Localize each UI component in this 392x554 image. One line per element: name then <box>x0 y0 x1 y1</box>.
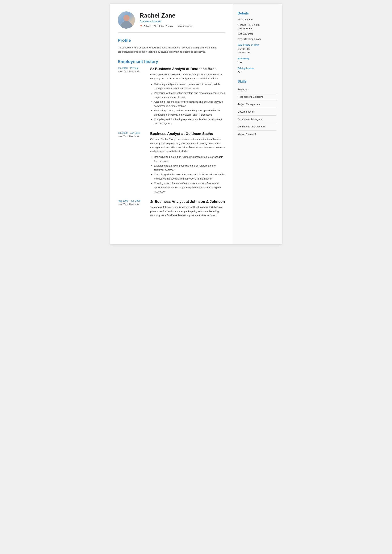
job-entry-1: Jan 2013 – Present New York, New York Sr… <box>118 67 225 126</box>
profile-section-title: Profile <box>118 38 225 43</box>
detail-address-2: Orlando, FL, 32804, United States <box>238 23 277 31</box>
job-bullets-1: Gathering intelligence from corporate ex… <box>150 82 225 126</box>
job-description-3: Johnson & Johnson is an American multina… <box>150 206 225 217</box>
skill-item-7: Market Research <box>238 131 277 138</box>
right-column: Details 143 Main Ave Orlando, FL, 32804,… <box>232 4 282 244</box>
detail-email: email@example.com <box>238 37 277 41</box>
job-entry-2: Jun 2000 – Jan 2013 New York, New York B… <box>118 132 225 194</box>
job-bullets-2: Designing and executing A/B testing proc… <box>150 155 225 194</box>
header-meta: 📍 Orlando, FL, United States 890-555-040… <box>140 25 225 28</box>
job-dates-1: Jan 2013 – Present New York, New York <box>118 67 146 126</box>
job-date-range-2: Jun 2000 – Jan 2013 <box>118 132 146 134</box>
left-column: Rachel Zane Business Analyst 📍 Orlando, … <box>110 4 232 244</box>
job-description-1: Deutsche Bank is a German global banking… <box>150 73 225 81</box>
detail-address-1: 143 Main Ave <box>238 18 277 21</box>
location-text: Orlando, FL, United States <box>144 25 173 28</box>
bullet-item: Creating direct channels of communicatio… <box>154 181 225 194</box>
bullet-item: Compiling and distributing reports on ap… <box>154 117 225 126</box>
detail-phone: 890-555-0401 <box>238 32 277 36</box>
skill-item-1: Analytics <box>238 86 277 93</box>
job-title-2: Business Analyst at Goldman Sachs <box>150 132 225 136</box>
resume-page: Rachel Zane Business Analyst 📍 Orlando, … <box>110 4 282 244</box>
bullet-item: Evaluating and drawing conclusions from … <box>154 164 225 172</box>
job-dates-3: Aug 1999 – Jun 2000 New York, New York <box>118 200 146 219</box>
detail-license: Full <box>238 70 277 74</box>
detail-dob: 05/10/1983 Orlando, FL <box>238 47 277 55</box>
license-label: Driving license <box>238 67 277 70</box>
job-title-3: Jr Business Analyst at Johnson & Johnson <box>150 200 225 204</box>
location-icon: 📍 <box>140 25 143 28</box>
candidate-name: Rachel Zane <box>140 12 225 19</box>
bullet-item: Evaluating, testing, and recommending ne… <box>154 109 225 117</box>
job-title-1: Sr Business Analyst at Deutsche Bank <box>150 67 225 71</box>
skill-item-3: Project Management <box>238 101 277 108</box>
dob-label: Date / Place of birth <box>238 44 277 46</box>
bullet-item: Assuming responsibility for project task… <box>154 100 225 108</box>
job-content-3: Jr Business Analyst at Johnson & Johnson… <box>150 200 225 219</box>
details-section-title: Details <box>238 11 277 15</box>
nationality-label: Nationality <box>238 57 277 60</box>
skills-section-title: Skills <box>238 80 277 83</box>
employment-section-title: Employment history <box>118 59 225 64</box>
avatar <box>118 11 135 29</box>
header-info: Rachel Zane Business Analyst 📍 Orlando, … <box>140 12 225 28</box>
skill-item-5: Requirement Analysis <box>238 116 277 123</box>
job-entry-3: Aug 1999 – Jun 2000 New York, New York J… <box>118 200 225 219</box>
bullet-item: Designing and executing A/B testing proc… <box>154 155 225 163</box>
job-description-2: Goldman Sachs Group, Inc. is an American… <box>150 137 225 153</box>
job-location-3: New York, New York <box>118 203 146 206</box>
job-date-range-1: Jan 2013 – Present <box>118 67 146 69</box>
bullet-item: Gathering intelligence from corporate ex… <box>154 82 225 91</box>
detail-nationality: USA <box>238 61 277 64</box>
profile-text: Personable and process-oriented Business… <box>118 46 225 54</box>
skill-item-2: Requirement Gathering <box>238 93 277 101</box>
skill-item-4: Documentation <box>238 108 277 116</box>
job-location-1: New York, New York <box>118 70 146 73</box>
bullet-item: Partnering with application directors an… <box>154 91 225 99</box>
skill-item-6: Continuous Improvement <box>238 123 277 131</box>
job-date-range-3: Aug 1999 – Jun 2000 <box>118 200 146 202</box>
job-content-2: Business Analyst at Goldman Sachs Goldma… <box>150 132 225 194</box>
job-dates-2: Jun 2000 – Jan 2013 New York, New York <box>118 132 146 194</box>
header-phone: 890-555-0401 <box>177 25 193 28</box>
header-location: 📍 Orlando, FL, United States <box>140 25 173 28</box>
skills-section: Skills Analytics Requirement Gathering P… <box>238 80 277 138</box>
job-content-1: Sr Business Analyst at Deutsche Bank Deu… <box>150 67 225 126</box>
header: Rachel Zane Business Analyst 📍 Orlando, … <box>118 11 225 33</box>
job-location-2: New York, New York <box>118 135 146 138</box>
candidate-title: Business Analyst <box>140 20 225 23</box>
bullet-item: Consulting with the executive team and t… <box>154 173 225 181</box>
